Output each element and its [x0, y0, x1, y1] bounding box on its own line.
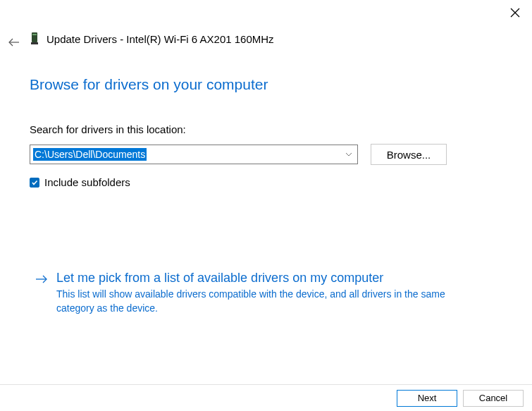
dialog-footer: Next Cancel [0, 384, 532, 411]
next-button[interactable]: Next [397, 390, 457, 407]
path-value: C:\Users\Dell\Documents [33, 148, 147, 161]
svg-rect-5 [31, 42, 38, 44]
dialog-title: Update Drivers - Intel(R) Wi-Fi 6 AX201 … [47, 33, 274, 45]
browse-button[interactable]: Browse... [371, 144, 447, 165]
chevron-down-icon [345, 150, 353, 159]
include-subfolders-label: Include subfolders [44, 176, 130, 188]
pick-from-list-option[interactable]: Let me pick from a list of available dri… [35, 270, 486, 316]
arrow-right-icon [35, 273, 48, 286]
page-heading: Browse for drivers on your computer [30, 76, 268, 93]
close-icon [510, 8, 520, 18]
cancel-button[interactable]: Cancel [463, 390, 524, 407]
svg-rect-4 [32, 34, 37, 35]
pick-from-list-title: Let me pick from a list of available dri… [56, 270, 472, 286]
path-combobox[interactable]: C:\Users\Dell\Documents [30, 145, 358, 164]
include-subfolders-checkbox[interactable] [30, 178, 39, 188]
back-arrow-icon [8, 38, 20, 47]
close-button[interactable] [508, 6, 522, 20]
dialog-header: Update Drivers - Intel(R) Wi-Fi 6 AX201 … [30, 31, 274, 47]
pick-from-list-description: This list will show available drivers co… [56, 288, 472, 315]
device-icon [30, 31, 39, 47]
search-location-label: Search for drivers in this location: [30, 123, 186, 135]
back-button[interactable] [8, 37, 20, 48]
checkmark-icon [31, 179, 38, 186]
